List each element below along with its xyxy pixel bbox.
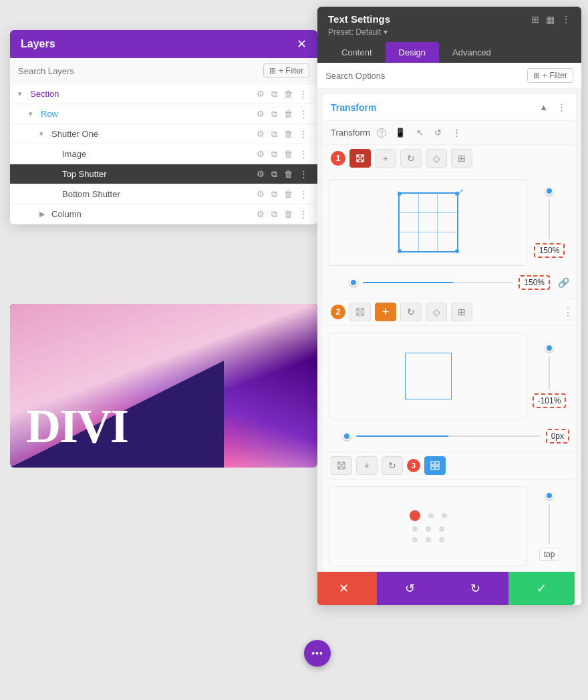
- tab-scale-plus[interactable]: +: [375, 149, 396, 168]
- settings-icon-row[interactable]: ⚙: [255, 109, 266, 119]
- translate-visual-row: -101%: [323, 326, 576, 426]
- transform-header: Transform ▲ ⋮: [323, 94, 576, 121]
- origin-dot-1[interactable]: [428, 513, 434, 518]
- tab-content[interactable]: Content: [328, 42, 386, 63]
- floating-menu-button[interactable]: •••: [304, 640, 331, 667]
- delete-icon-image[interactable]: 🗑: [283, 149, 294, 159]
- tab-translate-grid[interactable]: ⊞: [451, 303, 472, 321]
- cursor-icon[interactable]: ↖: [414, 126, 426, 139]
- delete-icon-shutter-one[interactable]: 🗑: [283, 129, 294, 139]
- duplicate-icon-top-shutter[interactable]: ⧉: [270, 169, 279, 179]
- duplicate-icon-section[interactable]: ⧉: [270, 89, 279, 99]
- layers-search-bar: ⊞ + Filter: [10, 58, 317, 84]
- reset-icon[interactable]: ↺: [432, 126, 444, 139]
- scale-v-slider-thumb[interactable]: [545, 187, 553, 195]
- tab-origin-rotate[interactable]: ↻: [382, 456, 403, 475]
- responsive-icon[interactable]: ⊞: [531, 14, 539, 25]
- tab-translate-plus[interactable]: +: [375, 303, 396, 321]
- delete-icon-bottom-shutter[interactable]: 🗑: [283, 189, 294, 199]
- layers-close-button[interactable]: ✕: [297, 38, 307, 50]
- more-icon-top-shutter[interactable]: ⋮: [298, 169, 309, 179]
- more-icon-section[interactable]: ⋮: [298, 89, 309, 99]
- duplicate-icon-bottom-shutter[interactable]: ⧉: [270, 189, 279, 199]
- tab-scale-grid[interactable]: ⊞: [451, 149, 472, 168]
- settings-icon-bottom-shutter[interactable]: ⚙: [255, 189, 266, 199]
- origin-dot-8[interactable]: [439, 537, 444, 542]
- translate-x-value[interactable]: -101%: [533, 393, 567, 408]
- translate-more-button[interactable]: ⋮: [563, 306, 573, 319]
- options-filter-button[interactable]: ⊞ + Filter: [527, 68, 573, 83]
- layer-name-top-shutter: Top Shutter: [62, 169, 255, 179]
- tab-advanced[interactable]: Advanced: [439, 42, 504, 63]
- scale-y-value[interactable]: 150%: [519, 275, 550, 290]
- layer-item-column[interactable]: ▶ Column ⚙ ⧉ 🗑 ⋮: [10, 204, 317, 224]
- transform-more-button[interactable]: ⋮: [555, 101, 568, 114]
- tab-translate-rotate[interactable]: ↻: [400, 303, 422, 321]
- settings-icon-section[interactable]: ⚙: [255, 89, 266, 99]
- tab-scale-arrows[interactable]: [349, 149, 371, 168]
- more-icon-bottom-shutter[interactable]: ⋮: [298, 189, 309, 199]
- more-icon-shutter-one[interactable]: ⋮: [298, 129, 309, 139]
- tab-origin-grid[interactable]: [424, 456, 446, 475]
- origin-dot-4[interactable]: [426, 526, 431, 532]
- origin-dot-2[interactable]: [442, 513, 447, 518]
- layer-item-shutter-one[interactable]: ▾ Shutter One ⚙ ⧉ 🗑 ⋮: [10, 124, 317, 144]
- tab-origin-arrows[interactable]: [331, 456, 352, 475]
- layer-item-section[interactable]: ▾ Section ⚙ ⧉ 🗑 ⋮: [10, 84, 317, 104]
- tab-scale-skew[interactable]: ◇: [426, 149, 447, 168]
- cancel-button[interactable]: ✕: [317, 572, 377, 605]
- layers-search-input[interactable]: [18, 66, 263, 76]
- settings-icon-shutter-one[interactable]: ⚙: [255, 129, 266, 139]
- delete-icon-section[interactable]: 🗑: [283, 89, 294, 99]
- tab-scale-rotate[interactable]: ↻: [400, 149, 422, 168]
- tab-translate-skew[interactable]: ◇: [426, 303, 447, 321]
- translate-tabs: 2 + ↻ ◇ ⊞ ⋮: [323, 299, 576, 326]
- origin-v-slider-thumb[interactable]: [545, 492, 553, 500]
- duplicate-icon-shutter-one[interactable]: ⧉: [270, 129, 279, 139]
- columns-icon[interactable]: ▦: [546, 14, 555, 25]
- translate-h-slider-thumb[interactable]: [343, 432, 351, 440]
- duplicate-icon-image[interactable]: ⧉: [270, 149, 279, 159]
- origin-dot-7[interactable]: [426, 537, 431, 542]
- transform-sub-more[interactable]: ⋮: [450, 126, 463, 139]
- redo-button[interactable]: ↻: [443, 572, 509, 605]
- options-search-input[interactable]: [325, 71, 527, 81]
- translate-v-slider-thumb[interactable]: [545, 344, 553, 352]
- origin-v-value[interactable]: top: [539, 548, 560, 561]
- layer-item-row[interactable]: ▾ Row ⚙ ⧉ 🗑 ⋮: [10, 104, 317, 124]
- tab-origin-plus[interactable]: +: [356, 456, 378, 475]
- settings-panel: Text Settings ⊞ ▦ ⋮ Preset: Default ▾ Co…: [317, 7, 581, 605]
- origin-dot-3[interactable]: [412, 526, 418, 532]
- origin-dot-6[interactable]: [412, 537, 418, 542]
- more-icon-image[interactable]: ⋮: [298, 149, 309, 159]
- settings-icon-column[interactable]: ⚙: [255, 209, 266, 219]
- tab-translate-arrows[interactable]: [349, 303, 371, 321]
- layers-filter-button[interactable]: ⊞ + Filter: [263, 63, 309, 78]
- more-icon-column[interactable]: ⋮: [298, 209, 309, 219]
- translate-y-value[interactable]: 0px: [546, 429, 569, 444]
- floating-menu-icon: •••: [311, 648, 323, 659]
- delete-icon-top-shutter[interactable]: 🗑: [283, 169, 294, 179]
- duplicate-icon-row[interactable]: ⧉: [270, 109, 279, 119]
- device-icon[interactable]: 📱: [393, 126, 408, 139]
- transform-collapse-button[interactable]: ▲: [537, 101, 550, 114]
- kebab-menu-icon[interactable]: ⋮: [561, 14, 571, 25]
- confirm-button[interactable]: ✓: [508, 572, 575, 605]
- layer-item-bottom-shutter[interactable]: ▾ Bottom Shutter ⚙ ⧉ 🗑 ⋮: [10, 184, 317, 204]
- delete-icon-row[interactable]: 🗑: [283, 109, 294, 119]
- link-icon: 🔗: [558, 277, 569, 288]
- scale-h-slider-thumb[interactable]: [349, 279, 357, 287]
- undo-button[interactable]: ↺: [377, 572, 443, 605]
- delete-icon-column[interactable]: 🗑: [283, 209, 294, 219]
- origin-dot-active[interactable]: [410, 510, 420, 521]
- layer-item-top-shutter[interactable]: ▾ Top Shutter ⚙ ⧉ 🗑 ⋮: [10, 164, 317, 184]
- settings-icon-image[interactable]: ⚙: [255, 149, 266, 159]
- options-search-bar: ⊞ + Filter: [317, 63, 581, 89]
- layer-item-image[interactable]: ▾ Image ⚙ ⧉ 🗑 ⋮: [10, 144, 317, 164]
- tab-design[interactable]: Design: [386, 42, 439, 63]
- duplicate-icon-column[interactable]: ⧉: [270, 209, 279, 219]
- scale-x-value[interactable]: 150%: [534, 243, 565, 258]
- origin-dot-5[interactable]: [439, 526, 444, 532]
- more-icon-row[interactable]: ⋮: [298, 109, 309, 119]
- settings-icon-top-shutter[interactable]: ⚙: [255, 169, 266, 179]
